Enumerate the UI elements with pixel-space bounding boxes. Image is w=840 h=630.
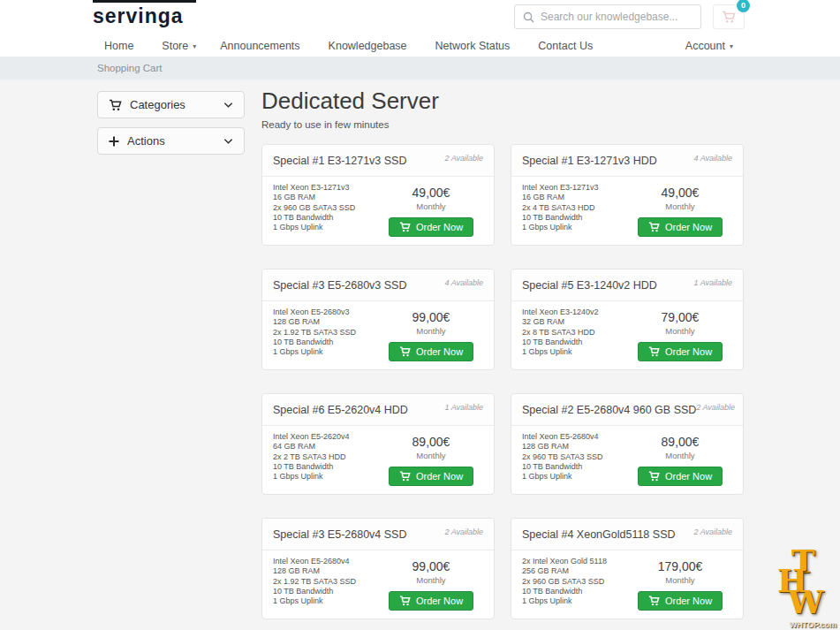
- product-title: Special #6 E5-2620v4 HDD: [273, 402, 408, 418]
- product-title: Special #5 E3-1240v2 HDD: [522, 277, 657, 293]
- product-card-body: Intel Xeon E5-2680v4 128 GB RAM 2x 960 T…: [511, 426, 743, 494]
- cart-icon: [399, 471, 411, 482]
- nav-item-label: Announcements: [220, 40, 299, 52]
- spec-line: 128 GB RAM: [273, 317, 379, 327]
- order-now-button[interactable]: Order Now: [389, 342, 473, 361]
- order-now-button[interactable]: Order Now: [638, 217, 723, 237]
- spec-line: 10 TB Bandwidth: [273, 462, 379, 472]
- spec-line: 1 Gbps Uplink: [273, 347, 379, 357]
- cart-icon: [399, 596, 411, 606]
- spec-list: Intel Xeon E5-2680v4 128 GB RAM 2x 960 T…: [522, 432, 628, 486]
- cart-icon: [648, 471, 660, 482]
- availability-badge: 4 Available: [444, 278, 483, 287]
- chevron-down-icon: [223, 138, 233, 145]
- product-card-header: Special #2 E5-2680v4 960 GB SSD 2 Availa…: [511, 394, 743, 426]
- product-title: Special #2 E5-2680v4 960 GB SSD: [522, 402, 696, 418]
- spec-line: 1 Gbps Uplink: [273, 223, 379, 232]
- search-icon: [523, 11, 534, 23]
- spec-line: Intel Xeon E5-2620v4: [273, 432, 379, 442]
- product-card-header: Special #1 E3-1271v3 HDD 4 Available: [511, 145, 743, 177]
- product-card-header: Special #3 E5-2680v3 SSD 4 Available: [262, 269, 494, 301]
- cart-icon: [648, 596, 660, 606]
- spec-line: Intel Xeon E5-2680v4: [273, 557, 379, 566]
- order-now-button[interactable]: Order Now: [638, 591, 723, 611]
- product-card: Special #1 E3-1271v3 SSD 2 Available Int…: [261, 144, 495, 246]
- availability-badge: 2 Available: [693, 528, 732, 536]
- nav-list: Home Store ▾ Announcements Knowledgebase: [104, 35, 597, 57]
- order-now-button[interactable]: Order Now: [638, 467, 723, 486]
- billing-period: Monthly: [628, 326, 732, 336]
- nav-item[interactable]: Home: [104, 40, 138, 52]
- spec-line: 2x 1.92 TB SATA3 SSD: [273, 328, 379, 338]
- product-title: Special #1 E3-1271v3 HDD: [522, 153, 657, 169]
- order-now-button[interactable]: Order Now: [389, 217, 473, 237]
- nav-item[interactable]: Store ▾: [162, 40, 196, 52]
- product-card: Special #1 E3-1271v3 HDD 4 Available Int…: [511, 144, 744, 246]
- nav-item[interactable]: Contact Us: [538, 40, 597, 52]
- product-card-body: Intel Xeon E5-2620v4 64 GB RAM 2x 2 TB S…: [262, 426, 494, 494]
- spec-line: 10 TB Bandwidth: [522, 213, 628, 223]
- product-card-body: Intel Xeon E3-1271v3 16 GB RAM 2x 960 GB…: [262, 177, 494, 245]
- sidebar: Categories Actions: [97, 91, 245, 163]
- spec-line: 128 GB RAM: [522, 442, 628, 452]
- spec-line: 10 TB Bandwidth: [273, 213, 379, 223]
- page: servinga 0 Home Store: [0, 0, 840, 630]
- spec-line: 10 TB Bandwidth: [522, 462, 628, 472]
- price: 49,00€: [628, 186, 732, 200]
- account-menu[interactable]: Account ▾: [685, 35, 733, 57]
- billing-period: Monthly: [628, 201, 732, 211]
- product-card-header: Special #1 E3-1271v3 SSD 2 Available: [262, 145, 494, 177]
- billing-period: Monthly: [628, 451, 732, 460]
- search-input[interactable]: [541, 11, 692, 23]
- price: 89,00€: [628, 435, 732, 449]
- nav-item[interactable]: Announcements: [220, 40, 304, 52]
- watermark-letter: W: [788, 586, 823, 618]
- categories-label: Categories: [130, 98, 185, 111]
- spec-list: Intel Xeon E3-1271v3 16 GB RAM 2x 960 GB…: [273, 183, 379, 237]
- logo-top-bar: [93, 0, 196, 3]
- watermark-text: WHTOP.com: [790, 620, 836, 629]
- main-content: Dedicated Server Ready to use in few min…: [261, 85, 744, 630]
- caret-down-icon: ▾: [193, 42, 196, 50]
- availability-badge: 1 Available: [444, 403, 483, 412]
- price-column: 99,00€ Monthly Order Now: [379, 307, 483, 361]
- spec-line: Intel Xeon E5-2680v3: [273, 307, 379, 317]
- spec-line: 2x 960 GB SATA3 SSD: [273, 203, 379, 213]
- spec-line: 1 Gbps Uplink: [522, 347, 628, 357]
- actions-dropdown[interactable]: Actions: [97, 127, 245, 155]
- logo[interactable]: servinga: [93, 4, 184, 28]
- spec-line: 1 Gbps Uplink: [522, 223, 628, 232]
- nav-item-label: Network Status: [435, 40, 511, 52]
- order-now-label: Order Now: [665, 596, 712, 606]
- order-now-label: Order Now: [416, 222, 463, 232]
- watermark-letter: H: [777, 565, 807, 596]
- spec-line: 16 GB RAM: [273, 193, 379, 202]
- nav-item[interactable]: Knowledgebase: [329, 40, 412, 52]
- cart-button[interactable]: 0: [713, 4, 745, 29]
- spec-line: 2x 8 TB SATA3 HDD: [522, 328, 628, 338]
- spec-line: 2x 1.92 TB SATA3 SSD: [273, 577, 379, 587]
- spec-line: 1 Gbps Uplink: [273, 472, 379, 482]
- availability-badge: 2 Available: [696, 403, 735, 412]
- spec-line: 16 GB RAM: [522, 193, 628, 202]
- order-now-button[interactable]: Order Now: [389, 467, 473, 486]
- spec-line: 10 TB Bandwidth: [273, 338, 379, 347]
- cart-icon: [109, 99, 122, 111]
- product-grid: Special #1 E3-1271v3 SSD 2 Available Int…: [261, 144, 744, 630]
- product-card-header: Special #4 XeonGold5118 SSD 2 Available: [511, 519, 743, 550]
- page-title: Dedicated Server: [261, 85, 744, 117]
- nav-item[interactable]: Network Status: [435, 40, 515, 52]
- nav-item-label: Store: [162, 40, 188, 52]
- cart-count-badge: 0: [737, 0, 750, 12]
- product-card-header: Special #5 E3-1240v2 HDD 1 Available: [511, 269, 743, 301]
- order-now-button[interactable]: Order Now: [638, 342, 723, 361]
- product-card-body: Intel Xeon E3-1240v2 32 GB RAM 2x 8 TB S…: [511, 301, 743, 369]
- product-card-header: Special #3 E5-2680v4 SSD 2 Available: [262, 519, 494, 550]
- price: 99,00€: [379, 559, 483, 573]
- order-now-button[interactable]: Order Now: [389, 591, 473, 611]
- categories-dropdown[interactable]: Categories: [97, 91, 245, 118]
- spec-line: Intel Xeon E5-2680v4: [522, 432, 628, 442]
- spec-line: 10 TB Bandwidth: [522, 338, 628, 347]
- search-box: [514, 4, 701, 29]
- actions-label: Actions: [127, 134, 165, 148]
